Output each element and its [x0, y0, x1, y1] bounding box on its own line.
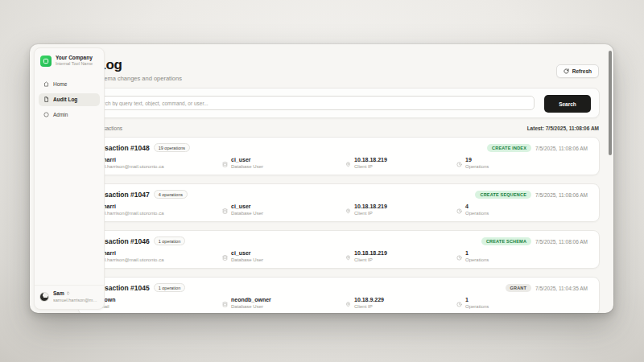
app-window: Audit Log Track schema changes and opera… — [30, 44, 613, 313]
db-user-column: ci_user Database User — [222, 203, 263, 217]
db-user-label: Database User — [231, 304, 271, 311]
sidebar-nav: Home Audit Log Admin — [35, 73, 104, 126]
db-user-label: Database User — [231, 257, 263, 264]
transaction-row[interactable]: Transaction #1048 19 operations CREATE I… — [78, 137, 600, 175]
operations-column: 1 Operations — [456, 249, 489, 264]
database-icon — [222, 156, 228, 171]
client-ip-label: Client IP — [354, 211, 387, 217]
db-user-value: ci_user — [231, 156, 263, 164]
clock-icon — [456, 249, 462, 264]
user-avatar — [39, 292, 49, 302]
operations-count-pill: 19 operations — [154, 143, 190, 152]
database-icon — [222, 203, 228, 217]
map-pin-icon — [345, 203, 351, 217]
operations-label: Operations — [465, 211, 489, 217]
refresh-label: Refresh — [572, 68, 592, 74]
sidebar-item-label: Audit Log — [53, 97, 77, 102]
company-logo-icon — [40, 56, 52, 67]
client-ip-column: 10.18.18.219 Client IP — [345, 249, 387, 264]
operations-value: 1 — [465, 296, 489, 304]
transaction-time: 7/5/2025, 11:08:06 AM — [535, 146, 588, 151]
sidebar-item-home[interactable]: Home — [39, 78, 100, 91]
clock-icon — [456, 203, 462, 217]
operations-count-pill: 1 operation — [154, 283, 186, 292]
client-ip-label: Client IP — [354, 164, 387, 171]
command-badge: CREATE SEQUENCE — [475, 191, 531, 199]
sidebar-item-label: Admin — [53, 112, 68, 117]
operations-column: 19 Operations — [456, 156, 489, 171]
company-header[interactable]: Your Company Internal Tool Name — [35, 48, 104, 73]
clock-icon — [456, 296, 462, 311]
client-ip-column: 10.18.18.219 Client IP — [345, 203, 387, 217]
map-pin-icon — [345, 156, 351, 171]
operations-value: 19 — [465, 156, 489, 164]
company-subtitle: Internal Tool Name — [56, 61, 93, 67]
scrollbar-thumb[interactable] — [609, 51, 612, 155]
command-badge: GRANT — [506, 284, 532, 292]
transaction-time: 7/5/2025, 11:08:06 AM — [535, 239, 588, 245]
transaction-row[interactable]: Transaction #1046 1 operation CREATE SCH… — [78, 230, 600, 269]
db-user-value: ci_user — [231, 203, 263, 211]
refresh-icon — [564, 68, 569, 75]
sidebar-item-admin[interactable]: Admin — [39, 109, 100, 121]
results-summary-row: transactions Latest: 7/5/2025, 11:08:06 … — [94, 125, 599, 131]
user-menu[interactable]: Sam samuel.harrison@mail.utor... — [35, 285, 104, 309]
user-email: samuel.harrison@mail.utor... — [53, 298, 98, 303]
sidebar-item-audit-log[interactable]: Audit Log — [39, 93, 100, 106]
operations-label: Operations — [465, 257, 489, 264]
sidebar: Your Company Internal Tool Name Home — [34, 47, 105, 310]
admin-circle-icon — [43, 112, 49, 118]
client-ip-column: 10.18.9.229 Client IP — [345, 296, 384, 311]
operations-value: 1 — [465, 249, 489, 257]
map-pin-icon — [345, 296, 351, 311]
db-user-value: ci_user — [231, 249, 263, 257]
operations-label: Operations — [465, 164, 489, 171]
chevrons-up-down-icon — [66, 290, 70, 297]
db-user-label: Database User — [231, 211, 263, 217]
search-input[interactable] — [87, 96, 535, 110]
transaction-list: Transaction #1048 19 operations CREATE I… — [78, 137, 600, 313]
db-user-column: ci_user Database User — [222, 249, 263, 264]
operations-column: 4 Operations — [456, 203, 489, 217]
search-panel: Search — [76, 88, 600, 118]
search-button[interactable]: Search — [544, 95, 591, 113]
operations-column: 1 Operations — [456, 296, 489, 311]
sidebar-item-label: Home — [53, 81, 67, 87]
client-ip-column: 10.18.18.219 Client IP — [345, 156, 387, 171]
company-name: Your Company — [56, 55, 93, 61]
client-ip-label: Client IP — [354, 257, 387, 264]
db-user-column: ci_user Database User — [222, 156, 263, 171]
clock-icon — [456, 156, 462, 171]
operations-value: 4 — [465, 203, 489, 211]
command-badge: CREATE INDEX — [487, 144, 531, 152]
transaction-time: 7/5/2025, 11:04:35 AM — [535, 286, 588, 291]
operations-label: Operations — [465, 304, 489, 311]
client-ip-value: 10.18.18.219 — [354, 249, 387, 257]
client-ip-value: 10.18.18.219 — [354, 156, 387, 164]
db-user-column: neondb_owner Database User — [222, 296, 271, 311]
client-ip-value: 10.18.9.229 — [354, 296, 384, 304]
database-icon — [222, 296, 228, 311]
refresh-button[interactable]: Refresh — [556, 64, 599, 78]
file-icon — [43, 97, 49, 103]
latest-timestamp: Latest: 7/5/2025, 11:08:06 AM — [527, 125, 599, 131]
transaction-time: 7/5/2025, 11:08:06 AM — [535, 192, 588, 198]
map-pin-icon — [345, 249, 351, 264]
transaction-row[interactable]: Transaction #1047 4 operations CREATE SE… — [78, 183, 600, 222]
operations-count-pill: 4 operations — [154, 190, 188, 199]
transaction-row[interactable]: Transaction #1045 1 operation GRANT 7/5/… — [78, 277, 600, 313]
database-icon — [222, 249, 228, 264]
operations-count-pill: 1 operation — [154, 237, 186, 245]
home-icon — [43, 81, 49, 88]
db-user-value: neondb_owner — [231, 296, 271, 304]
db-user-label: Database User — [231, 164, 263, 171]
command-badge: CREATE SCHEMA — [481, 237, 531, 245]
client-ip-label: Client IP — [354, 304, 384, 311]
user-name: Sam — [53, 290, 64, 297]
client-ip-value: 10.18.18.219 — [354, 203, 387, 211]
